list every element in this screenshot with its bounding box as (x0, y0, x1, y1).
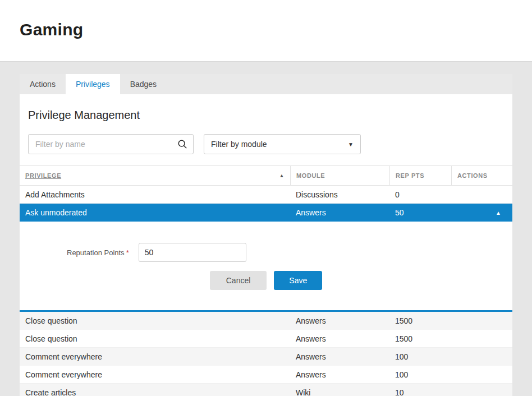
privilege-editor: Reputation Points* Cancel Save (20, 222, 512, 312)
cell-rep-pts: 100 (389, 352, 451, 361)
cell-rep-pts: 50 (389, 208, 451, 217)
cell-privilege: Add Attachments (20, 190, 290, 199)
chevron-down-icon: ▼ (348, 141, 354, 148)
cell-rep-pts: 1500 (389, 334, 451, 343)
privileges-panel: Privilege Management Filter by module ▼ … (20, 94, 512, 396)
save-button[interactable]: Save (274, 271, 322, 290)
reputation-points-label: Reputation Points* (67, 248, 129, 257)
cell-rep-pts: 10 (389, 388, 451, 396)
cell-module: Answers (290, 208, 389, 217)
cell-privilege: Close question (20, 334, 290, 343)
editor-buttons: Cancel Save (20, 271, 512, 310)
cell-module: Answers (290, 334, 389, 343)
cell-rep-pts: 100 (389, 370, 451, 379)
cell-rep-pts: 0 (389, 190, 451, 199)
sort-asc-icon: ▲ (279, 173, 285, 178)
cell-rep-pts: 1500 (389, 316, 451, 325)
name-filter-input[interactable] (29, 135, 168, 154)
cell-privilege: Comment everywhere (20, 370, 290, 379)
reputation-points-label-text: Reputation Points (67, 248, 125, 257)
filter-bar: Filter by module ▼ (20, 122, 512, 165)
cell-privilege: Create articles (20, 388, 290, 396)
cell-actions: ▲ (451, 210, 512, 216)
panel-heading: Privilege Management (20, 94, 512, 122)
column-header-actions[interactable]: ACTIONS (451, 166, 512, 185)
cell-module: Discussions (290, 190, 389, 199)
table-row[interactable]: Comment everywhere Answers 100 (20, 348, 512, 366)
search-icon[interactable] (177, 139, 187, 149)
table-header-row: PRIVILEGE ▲ MODULE REP PTS ACTIONS (20, 165, 512, 186)
reputation-points-row: Reputation Points* (20, 243, 512, 262)
cell-privilege: Comment everywhere (20, 352, 290, 361)
table-row[interactable]: Close question Answers 1500 (20, 312, 512, 330)
column-header-privilege[interactable]: PRIVILEGE ▲ (20, 166, 290, 185)
column-header-rep-pts[interactable]: REP PTS (389, 166, 451, 185)
module-filter-select[interactable]: Filter by module ▼ (204, 134, 361, 154)
tab-actions[interactable]: Actions (20, 74, 66, 94)
cell-privilege: Ask unmoderated (20, 208, 290, 217)
required-asterisk: * (126, 248, 129, 257)
table-row[interactable]: Close question Answers 1500 (20, 330, 512, 348)
cell-module: Answers (290, 352, 389, 361)
cell-module: Wiki (290, 388, 389, 396)
table-row[interactable]: Add Attachments Discussions 0 (20, 186, 512, 204)
table-row-selected[interactable]: Ask unmoderated Answers 50 ▲ (20, 204, 512, 222)
table-row[interactable]: Comment everywhere Answers 100 (20, 366, 512, 384)
cell-privilege: Close question (20, 316, 290, 325)
tab-badges[interactable]: Badges (120, 74, 167, 94)
tab-bar: Actions Privileges Badges (20, 74, 512, 94)
table-row[interactable]: Create articles Wiki 10 (20, 384, 512, 396)
tab-privileges[interactable]: Privileges (66, 74, 120, 94)
collapse-row-icon[interactable]: ▲ (496, 210, 501, 216)
cell-module: Answers (290, 316, 389, 325)
column-header-privilege-label: PRIVILEGE (25, 172, 61, 179)
name-filter (28, 134, 194, 154)
page-title: Gaming (0, 0, 532, 39)
privileges-card: Actions Privileges Badges Privilege Mana… (20, 74, 512, 396)
reputation-points-input[interactable] (139, 243, 246, 262)
cancel-button[interactable]: Cancel (210, 271, 267, 290)
module-filter-value: Filter by module (211, 140, 267, 149)
page-header: Gaming (0, 0, 532, 62)
column-header-module[interactable]: MODULE (290, 166, 389, 185)
cell-module: Answers (290, 370, 389, 379)
